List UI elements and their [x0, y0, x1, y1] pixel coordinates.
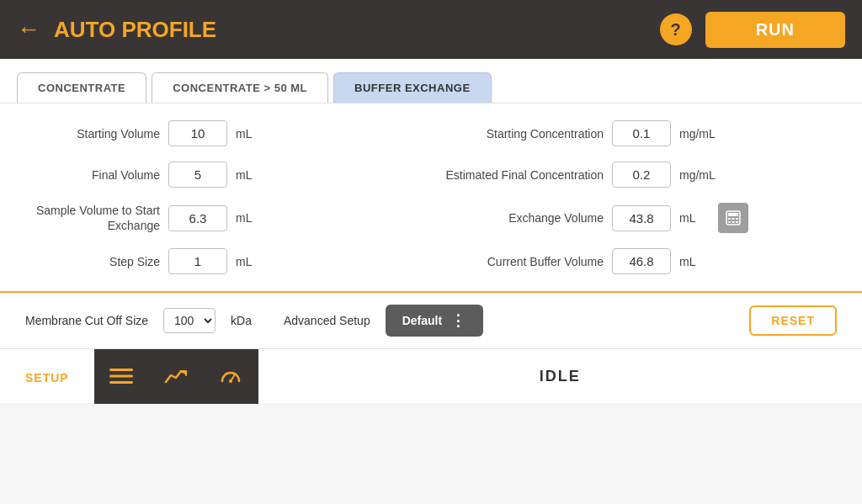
svg-rect-1 — [728, 213, 738, 216]
step-size-unit: mL — [236, 255, 266, 268]
calculator-icon — [725, 210, 742, 226]
back-button[interactable]: ← — [17, 18, 40, 41]
estimated-final-concentration-label: Estimated Final Concentration — [435, 168, 604, 182]
membrane-label: Membrane Cut Off Size — [25, 314, 148, 327]
step-size-input[interactable] — [168, 248, 227, 274]
exchange-volume-input[interactable] — [612, 205, 671, 231]
gauge-icon-button[interactable] — [204, 349, 258, 404]
starting-concentration-row: Starting Concentration mg/mL — [435, 120, 837, 146]
run-button[interactable]: RUN — [705, 12, 845, 48]
current-buffer-volume-input[interactable] — [612, 248, 671, 274]
left-fields: Starting Volume mL Final Volume mL Sampl… — [25, 120, 427, 274]
starting-concentration-label: Starting Concentration — [435, 127, 604, 141]
main-content: Starting Volume mL Final Volume mL Sampl… — [0, 103, 862, 293]
tab-buffer-exchange[interactable]: BUFFER EXCHANGE — [333, 72, 492, 103]
exchange-volume-unit: mL — [679, 211, 710, 225]
svg-rect-8 — [109, 369, 133, 371]
reset-button[interactable]: RESET — [749, 305, 837, 336]
trend-icon-button[interactable] — [149, 349, 204, 404]
current-buffer-volume-row: Current Buffer Volume mL — [435, 248, 837, 274]
sample-volume-unit: mL — [236, 211, 266, 225]
calculator-button[interactable] — [718, 203, 748, 233]
current-buffer-volume-label: Current Buffer Volume — [435, 255, 604, 268]
svg-rect-7 — [736, 221, 738, 223]
starting-volume-unit: mL — [236, 127, 266, 141]
advanced-dots-icon: ⋮ — [450, 311, 466, 330]
estimated-final-concentration-unit: mg/mL — [679, 168, 716, 182]
starting-volume-row: Starting Volume mL — [25, 120, 427, 146]
final-volume-unit: mL — [236, 168, 266, 182]
svg-rect-10 — [109, 381, 133, 384]
header: ← AUTO PROFILE ? RUN — [0, 0, 862, 59]
step-size-label: Step Size — [25, 255, 160, 268]
list-icon — [109, 367, 133, 385]
idle-label: IDLE — [258, 368, 862, 385]
svg-rect-2 — [728, 218, 731, 220]
final-volume-label: Final Volume — [25, 168, 160, 182]
advanced-setup-label: Advanced Setup — [284, 314, 370, 327]
svg-rect-3 — [732, 218, 735, 220]
list-icon-button[interactable] — [94, 349, 149, 404]
fields-grid: Starting Volume mL Final Volume mL Sampl… — [25, 120, 837, 274]
starting-concentration-unit: mg/mL — [679, 127, 716, 141]
svg-rect-4 — [736, 218, 738, 220]
right-fields: Starting Concentration mg/mL Estimated F… — [435, 120, 837, 274]
membrane-unit: kDa — [231, 314, 252, 327]
exchange-volume-row: Exchange Volume mL — [435, 203, 837, 233]
help-button[interactable]: ? — [660, 13, 692, 45]
current-buffer-volume-unit: mL — [679, 255, 710, 268]
starting-volume-label: Starting Volume — [25, 127, 160, 141]
options-row: Membrane Cut Off Size 100 10 30 50 150 k… — [0, 293, 862, 348]
estimated-final-concentration-input[interactable] — [612, 162, 671, 188]
setup-tab[interactable]: SETUP — [0, 349, 94, 403]
page-title: AUTO PROFILE — [54, 17, 646, 43]
svg-rect-9 — [109, 375, 133, 378]
trend-icon — [164, 367, 188, 385]
tab-concentrate[interactable]: CONCENTRATE — [17, 72, 146, 103]
tabs-row: CONCENTRATE CONCENTRATE > 50 ML BUFFER E… — [0, 59, 862, 103]
step-size-row: Step Size mL — [25, 248, 427, 274]
gauge-icon — [219, 366, 242, 386]
svg-rect-6 — [732, 221, 735, 223]
svg-rect-5 — [728, 221, 731, 223]
tab-concentrate50[interactable]: CONCENTRATE > 50 ML — [152, 72, 328, 103]
sample-volume-label: Sample Volume to Start Exchange — [25, 203, 160, 233]
membrane-select[interactable]: 100 10 30 50 150 — [163, 308, 216, 333]
starting-volume-input[interactable] — [168, 120, 227, 146]
bottom-bar: SETUP IDLE — [0, 348, 862, 403]
starting-concentration-input[interactable] — [612, 120, 671, 146]
final-volume-row: Final Volume mL — [25, 162, 427, 188]
sample-volume-input[interactable] — [168, 205, 227, 231]
final-volume-input[interactable] — [168, 162, 227, 188]
svg-point-12 — [229, 379, 232, 383]
advanced-setup-value: Default — [402, 314, 442, 327]
advanced-setup-button[interactable]: Default ⋮ — [386, 305, 483, 337]
sample-volume-row: Sample Volume to Start Exchange mL — [25, 203, 427, 233]
exchange-volume-label: Exchange Volume — [435, 211, 604, 225]
estimated-final-concentration-row: Estimated Final Concentration mg/mL — [435, 162, 837, 188]
